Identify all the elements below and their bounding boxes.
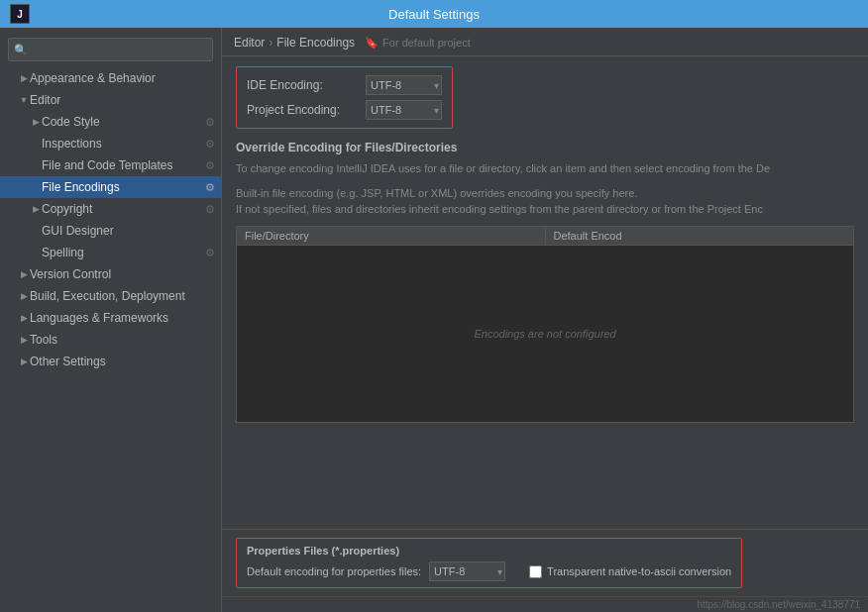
breadcrumb-file-encodings: File Encodings [276,36,355,50]
override-section-title: Override Encoding for Files/Directories [236,141,854,154]
ide-encoding-row: IDE Encoding: UTF-8 UTF-16 ISO-8859-1 [247,75,442,95]
project-encoding-row: Project Encoding: UTF-8 UTF-16 ISO-8859-… [247,100,442,120]
bottom-bar: Properties Files (*.properties) Default … [222,529,868,596]
arrow-icon: ▶ [18,335,30,345]
search-box[interactable]: 🔍 [8,38,213,61]
settings-icon: ⚙ [205,203,215,216]
sidebar-item-label: GUI Designer [42,224,114,238]
properties-settings-box: Properties Files (*.properties) Default … [236,538,742,588]
sidebar-item-label: Inspections [42,137,102,151]
sidebar: 🔍 ▶ Appearance & Behavior ▼ Editor ▶ Cod… [0,28,222,612]
arrow-icon: ▼ [18,95,30,105]
encoding-settings-box: IDE Encoding: UTF-8 UTF-16 ISO-8859-1 Pr… [236,66,453,129]
info-text-1: To change encoding IntelliJ IDEA uses fo… [236,160,854,177]
arrow-icon: ▶ [18,269,30,279]
sidebar-item-label: File and Code Templates [42,158,173,172]
settings-icon: ⚙ [205,159,215,172]
settings-icon: ⚙ [205,181,215,194]
arrow-icon [30,248,42,257]
arrow-icon: ▶ [18,73,30,83]
content-body: IDE Encoding: UTF-8 UTF-16 ISO-8859-1 Pr… [222,56,868,529]
url-text: https://blog.csdn.net/weixin_4138771 [697,599,860,610]
ide-encoding-label: IDE Encoding: [247,78,366,92]
search-input[interactable] [32,43,207,56]
sidebar-item-label: File Encodings [42,180,120,194]
app-icon: J [10,4,30,24]
project-encoding-select-wrapper[interactable]: UTF-8 UTF-16 ISO-8859-1 [366,100,442,120]
table-col-file-directory: File/Directory [237,227,546,245]
main-layout: 🔍 ▶ Appearance & Behavior ▼ Editor ▶ Cod… [0,28,868,612]
title-bar: J Default Settings [0,0,868,28]
empty-table-text: Encodings are not configured [474,328,615,340]
breadcrumb-editor: Editor [234,36,265,50]
props-encoding-select[interactable]: UTF-8 UTF-16 ISO-8859-1 [429,561,505,581]
sidebar-item-file-code-templates[interactable]: File and Code Templates ⚙ [0,154,221,176]
settings-icon: ⚙ [205,116,215,129]
props-encoding-select-wrapper[interactable]: UTF-8 UTF-16 ISO-8859-1 [429,561,505,581]
sidebar-item-languages-frameworks[interactable]: ▶ Languages & Frameworks [0,307,221,329]
props-encoding-label: Default encoding for properties files: [247,565,421,577]
sidebar-item-inspections[interactable]: Inspections ⚙ [0,133,221,154]
content-header: Editor › File Encodings 🔖 For default pr… [222,28,868,56]
arrow-icon: ▶ [30,204,42,214]
table-body: Encodings are not configured [236,245,854,423]
window-title: Default Settings [388,7,480,22]
project-encoding-select[interactable]: UTF-8 UTF-16 ISO-8859-1 [366,100,442,120]
transparent-conversion-label: Transparent native-to-ascii conversion [547,565,731,577]
sidebar-item-label: Languages & Frameworks [30,311,168,325]
sidebar-item-spelling[interactable]: Spelling ⚙ [0,242,221,263]
project-encoding-label: Project Encoding: [247,103,366,117]
sidebar-item-build-execution[interactable]: ▶ Build, Execution, Deployment [0,285,221,307]
arrow-icon [30,226,42,236]
breadcrumb-hint: For default project [382,37,471,49]
props-row: Default encoding for properties files: U… [247,561,731,581]
table-header: File/Directory Default Encod [236,226,854,245]
sidebar-item-label: Code Style [42,115,100,129]
sidebar-item-editor[interactable]: ▼ Editor [0,89,221,111]
arrow-icon [30,160,42,170]
content-area: Editor › File Encodings 🔖 For default pr… [222,28,868,612]
sidebar-item-label: Copyright [42,202,92,216]
transparent-conversion-area: Transparent native-to-ascii conversion [529,565,731,578]
arrow-icon: ▶ [30,117,42,127]
ide-encoding-select-wrapper[interactable]: UTF-8 UTF-16 ISO-8859-1 [366,75,442,95]
info-text-2: Built-in file encoding (e.g. JSP, HTML o… [236,185,854,218]
sidebar-item-label: Build, Execution, Deployment [30,289,185,303]
arrow-icon: ▶ [18,291,30,301]
settings-icon: ⚙ [205,138,215,151]
sidebar-item-label: Tools [30,333,57,347]
transparent-conversion-checkbox[interactable] [529,565,542,578]
ide-encoding-select[interactable]: UTF-8 UTF-16 ISO-8859-1 [366,75,442,95]
arrow-icon: ▶ [18,313,30,323]
settings-icon: ⚙ [205,247,215,259]
url-bar: https://blog.csdn.net/weixin_4138771 [222,596,868,612]
search-icon: 🔍 [14,44,28,56]
sidebar-item-version-control[interactable]: ▶ Version Control [0,263,221,285]
sidebar-item-tools[interactable]: ▶ Tools [0,329,221,351]
sidebar-item-label: Editor [30,93,60,107]
breadcrumb-separator: › [269,36,272,50]
bookmark-icon: 🔖 [365,37,379,50]
sidebar-item-gui-designer[interactable]: GUI Designer [0,220,221,242]
sidebar-item-code-style[interactable]: ▶ Code Style ⚙ [0,111,221,133]
table-col-default-encoding: Default Encod [546,227,854,245]
arrow-icon [30,139,42,149]
sidebar-item-other-settings[interactable]: ▶ Other Settings [0,351,221,372]
sidebar-item-appearance-behavior[interactable]: ▶ Appearance & Behavior [0,67,221,89]
arrow-icon [30,182,42,192]
sidebar-item-file-encodings[interactable]: File Encodings ⚙ [0,176,221,198]
sidebar-item-label: Other Settings [30,355,106,368]
props-title: Properties Files (*.properties) [247,545,731,557]
sidebar-item-copyright[interactable]: ▶ Copyright ⚙ [0,198,221,220]
arrow-icon: ▶ [18,357,30,366]
sidebar-item-label: Spelling [42,246,84,259]
sidebar-item-label: Version Control [30,267,111,281]
sidebar-item-label: Appearance & Behavior [30,71,156,85]
